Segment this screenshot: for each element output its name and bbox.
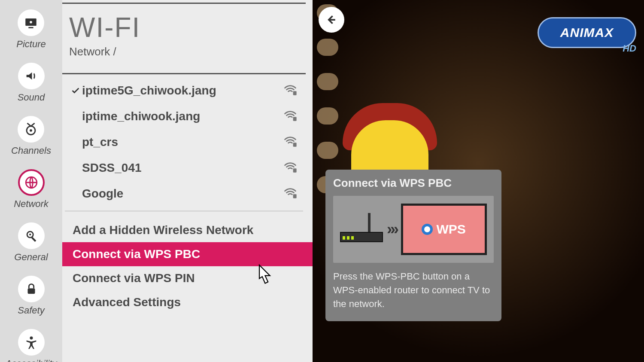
tv-wps-label: WPS (436, 222, 465, 237)
help-card-description: Press the WPS-PBC button on a WPS-enable… (333, 270, 494, 311)
breadcrumb: Network / (69, 45, 299, 58)
sidebar-label-network: Network (14, 198, 49, 210)
sidebar-label-picture: Picture (16, 39, 46, 50)
option-add-hidden-network[interactable]: Add a Hidden Wireless Network (62, 218, 313, 242)
router-icon (340, 216, 383, 242)
live-tv-preview: ANIMAX HD Connect via WPS PBC ››› WPS Pr… (313, 0, 644, 362)
svg-point-1 (30, 21, 33, 24)
option-wps-pbc[interactable]: Connect via WPS PBC (62, 242, 313, 266)
sidebar-item-sound[interactable]: Sound (18, 63, 45, 103)
back-arrow-icon (325, 13, 338, 26)
wifi-ssid: pt_crs (82, 135, 283, 149)
svg-rect-14 (293, 143, 297, 146)
svg-rect-13 (293, 117, 297, 121)
wifi-ssid: iptime_chiwook.jang (82, 110, 283, 123)
back-button[interactable] (319, 7, 344, 33)
channels-icon (18, 116, 44, 143)
general-icon (18, 222, 45, 249)
channel-logo: ANIMAX (538, 17, 636, 48)
sound-icon (18, 63, 45, 89)
sidebar-label-accessibility: Accessibility (6, 358, 57, 362)
option-wps-pin[interactable]: Connect via WPS PIN (62, 266, 313, 290)
wifi-signal-lock-icon (283, 84, 301, 97)
svg-point-4 (30, 129, 33, 132)
help-card-title: Connect via WPS PBC (333, 176, 494, 190)
wifi-network-row[interactable]: Google (65, 181, 303, 207)
svg-rect-12 (293, 91, 297, 95)
wifi-signal-lock-icon (283, 135, 301, 149)
svg-point-11 (30, 337, 33, 340)
svg-point-9 (29, 234, 31, 235)
network-icon (18, 169, 45, 196)
wifi-network-row[interactable]: iptime_chiwook.jang (65, 103, 303, 129)
help-card-illustration: ››› WPS (333, 196, 494, 263)
svg-line-5 (31, 123, 35, 126)
channel-hd-badge: HD (623, 43, 636, 54)
decorative-dots (317, 4, 338, 193)
connected-check-icon (69, 86, 82, 95)
wifi-signal-lock-icon (283, 110, 301, 123)
wifi-network-row[interactable]: SDSS_041 (65, 155, 303, 181)
sidebar-item-network[interactable]: Network (14, 169, 49, 210)
tv-icon: WPS (401, 204, 487, 255)
wifi-network-list: iptime5G_chiwook.jang iptime_chiwook.jan… (65, 78, 303, 211)
page-title: WI-FI (69, 12, 299, 43)
sidebar-label-channels: Channels (11, 145, 51, 156)
sidebar-label-sound: Sound (18, 92, 45, 103)
wifi-network-row[interactable]: iptime5G_chiwook.jang (65, 78, 303, 103)
sidebar-item-general[interactable]: General (14, 222, 48, 263)
wifi-signal-lock-icon (283, 187, 301, 201)
svg-rect-10 (27, 289, 35, 294)
wifi-network-row[interactable]: pt_crs (65, 129, 303, 155)
wifi-options: Add a Hidden Wireless Network Connect vi… (62, 218, 313, 314)
svg-rect-16 (293, 194, 297, 198)
divider (62, 73, 306, 74)
svg-rect-2 (29, 27, 33, 28)
settings-sidebar: Picture Sound Channels Network General S… (0, 0, 62, 362)
accessibility-icon (18, 329, 45, 356)
sidebar-item-channels[interactable]: Channels (11, 116, 51, 156)
safety-icon (18, 276, 45, 302)
signal-waves-icon: ››› (387, 220, 397, 238)
picture-icon (18, 9, 44, 36)
help-card: Connect via WPS PBC ››› WPS Press the WP… (325, 170, 501, 321)
wifi-ssid: iptime5G_chiwook.jang (82, 84, 283, 97)
sidebar-label-general: General (14, 252, 48, 263)
svg-line-6 (27, 123, 31, 126)
sidebar-item-accessibility[interactable]: Accessibility (6, 329, 57, 362)
wifi-signal-lock-icon (283, 161, 301, 175)
wifi-ssid: SDSS_041 (82, 161, 283, 175)
wifi-settings-panel: WI-FI Network / iptime5G_chiwook.jang ip… (62, 0, 313, 362)
sidebar-item-picture[interactable]: Picture (16, 9, 46, 50)
svg-rect-15 (293, 168, 297, 172)
sidebar-label-safety: Safety (18, 305, 44, 316)
sidebar-item-safety[interactable]: Safety (18, 276, 44, 316)
wifi-ssid: Google (82, 187, 283, 201)
option-advanced-settings[interactable]: Advanced Settings (62, 290, 313, 314)
